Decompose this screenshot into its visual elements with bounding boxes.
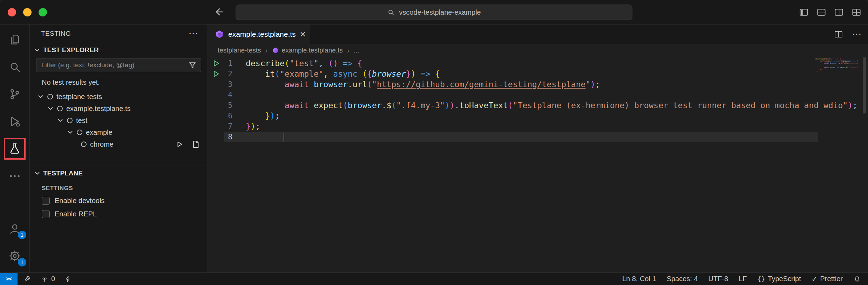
section-label: TESTPLANE: [43, 169, 83, 177]
ports-status[interactable]: 0: [41, 275, 55, 283]
test-filter-box: [36, 58, 201, 72]
sidebar-item-source-control[interactable]: [0, 81, 29, 108]
tree-item-label: chrome: [90, 140, 114, 148]
enable-devtools-row[interactable]: Enable devtools: [30, 194, 208, 207]
editor-actions-more-icon[interactable]: ⋯: [852, 29, 862, 39]
chevron-down-icon[interactable]: [56, 117, 65, 124]
more-icon: [8, 169, 21, 183]
tab-example-testplane-ts[interactable]: example.testplane.ts ×: [208, 25, 310, 44]
zoom-window-button[interactable]: [39, 8, 47, 16]
test-circle-icon: [80, 141, 87, 148]
chevron-down-icon[interactable]: [36, 93, 45, 100]
line-number: 4: [224, 91, 232, 99]
checkbox-label: Enable REPL: [55, 210, 97, 218]
goto-test-icon[interactable]: [191, 140, 200, 148]
tree-item-example[interactable]: example: [30, 126, 208, 138]
language-status[interactable]: {} TypeScript: [758, 275, 801, 283]
files-icon: [8, 33, 21, 46]
tree-item-label: example.testplane.ts: [66, 105, 130, 113]
settings-button[interactable]: 1: [0, 242, 29, 270]
code-lines: 1describe("test", () => {2 it("example",…: [208, 58, 868, 142]
chevron-right-icon: ›: [265, 46, 268, 55]
chevron-right-icon: ›: [347, 46, 350, 55]
notifications-bell-icon[interactable]: [853, 275, 861, 283]
enable-devtools-checkbox[interactable]: [42, 197, 50, 205]
split-editor-icon[interactable]: [834, 29, 843, 39]
traffic-lights: [8, 8, 47, 16]
encoding-status[interactable]: UTF-8: [708, 275, 728, 283]
command-center-search[interactable]: vscode-testplane-example: [236, 5, 632, 20]
run-test-icon[interactable]: [175, 140, 184, 148]
accounts-badge: 1: [18, 231, 26, 239]
tree-item-test[interactable]: test: [30, 114, 208, 126]
filter-icon[interactable]: [188, 61, 197, 69]
additional-views-button[interactable]: [0, 162, 29, 190]
code-line[interactable]: 4: [208, 90, 868, 100]
code-line-content: });: [232, 122, 260, 131]
back-button[interactable]: [213, 6, 224, 18]
tree-item-chrome[interactable]: chrome: [30, 138, 208, 150]
indentation-status[interactable]: Spaces: 4: [667, 275, 698, 283]
breadcrumb-file[interactable]: example.testplane.ts: [272, 47, 343, 54]
sidebar-title: TESTING: [41, 30, 71, 37]
formatter-status[interactable]: ✓ Prettier: [812, 275, 843, 283]
enable-repl-row[interactable]: Enable REPL: [30, 207, 208, 221]
code-line[interactable]: 1describe("test", () => {: [208, 58, 868, 69]
testing-highlight-box: [4, 138, 26, 160]
view-actions-more-icon[interactable]: ⋯: [189, 29, 198, 39]
settings-badge: 1: [18, 258, 26, 266]
minimap[interactable]: describe("test", () => { it("example", a…: [815, 58, 857, 75]
toggle-panel-icon[interactable]: [816, 7, 827, 18]
code-editor[interactable]: 1describe("test", () => {2 it("example",…: [208, 57, 868, 272]
command-center-text: vscode-testplane-example: [399, 8, 481, 16]
section-test-explorer[interactable]: TEST EXPLORER: [30, 43, 208, 57]
breadcrumb-folder[interactable]: testplane-tests: [218, 47, 261, 54]
testing-sidebar: TESTING ⋯ TEST EXPLORER No test results …: [30, 25, 208, 272]
test-tree: testplane-tests example.testplane.ts tes…: [30, 91, 208, 150]
chevron-down-icon[interactable]: [66, 128, 75, 136]
sidebar-item-testing[interactable]: [0, 135, 29, 162]
code-line[interactable]: 2 it("example", async ({browser}) => {: [208, 69, 868, 79]
accounts-button[interactable]: 1: [0, 215, 29, 242]
tab-bar: example.testplane.ts × ⋯: [208, 25, 868, 44]
toggle-secondary-sidebar-icon[interactable]: [834, 7, 844, 18]
customize-layout-icon[interactable]: [851, 7, 862, 18]
tab-label: example.testplane.ts: [228, 30, 296, 39]
code-line[interactable]: 6 });: [208, 111, 868, 121]
line-number: 2: [224, 70, 232, 78]
sidebar-item-run-debug[interactable]: [0, 108, 29, 135]
breadcrumb-symbol[interactable]: ...: [354, 47, 359, 54]
settings-group-label: SETTINGS: [30, 181, 208, 194]
section-testplane[interactable]: TESTPLANE: [30, 166, 208, 181]
close-tab-icon[interactable]: ×: [300, 29, 306, 39]
zap-icon[interactable]: [64, 275, 72, 283]
test-filter-input[interactable]: [41, 61, 188, 69]
chevron-down-icon[interactable]: [46, 105, 55, 112]
test-results-message: No test results yet.: [30, 75, 208, 91]
line-number: 6: [224, 112, 232, 120]
testplane-logo-icon: [215, 30, 224, 39]
cursor-position-status[interactable]: Ln 8, Col 1: [622, 275, 656, 283]
sidebar-item-search[interactable]: [0, 53, 29, 81]
sidebar-item-explorer[interactable]: [0, 26, 29, 53]
ports-count: 0: [51, 275, 55, 283]
remote-indicator[interactable]: ><: [0, 273, 18, 285]
code-line[interactable]: 5 await expect(browser.$(".f4.my-3")).to…: [208, 100, 868, 111]
scrollbar[interactable]: [863, 57, 866, 113]
enable-repl-checkbox[interactable]: [42, 210, 50, 218]
run-test-gutter-icon[interactable]: [208, 60, 224, 67]
braces-icon: {}: [758, 275, 765, 283]
code-line[interactable]: 3 await browser.url("https://github.com/…: [208, 79, 868, 90]
close-window-button[interactable]: [8, 8, 16, 16]
tree-item-example-testplane-ts[interactable]: example.testplane.ts: [30, 103, 208, 114]
minimize-window-button[interactable]: [23, 8, 32, 16]
eol-status[interactable]: LF: [739, 275, 747, 283]
breadcrumb: testplane-tests › example.testplane.ts ›…: [208, 44, 868, 57]
code-line[interactable]: 8: [208, 132, 868, 142]
tree-item-testplane-tests[interactable]: testplane-tests: [30, 91, 208, 103]
toggle-primary-sidebar-icon[interactable]: [799, 7, 809, 18]
run-test-gutter-icon[interactable]: [208, 70, 224, 78]
code-line[interactable]: 7});: [208, 121, 868, 132]
radio-tower-icon: [41, 275, 48, 283]
tools-icon[interactable]: [24, 275, 32, 283]
